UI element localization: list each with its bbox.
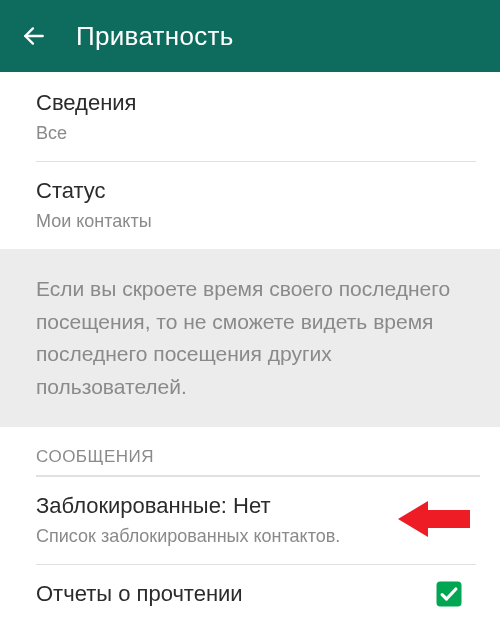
blocked-subtitle: Список заблокированных контактов. [36, 525, 464, 548]
read-receipts-checkbox[interactable] [434, 579, 464, 609]
privacy-about-subtitle: Все [36, 122, 464, 145]
section-header-messages: СООБЩЕНИЯ [0, 427, 500, 475]
privacy-status-item[interactable]: Статус Мои контакты [0, 162, 500, 249]
blocked-title: Заблокированные: Нет [36, 491, 464, 521]
privacy-about-title: Сведения [36, 88, 464, 118]
privacy-status-subtitle: Мои контакты [36, 210, 464, 233]
back-button[interactable] [20, 22, 48, 50]
blocked-contacts-item[interactable]: Заблокированные: Нет Список заблокирован… [0, 477, 500, 564]
app-bar: Приватность [0, 0, 500, 72]
privacy-status-title: Статус [36, 176, 464, 206]
info-note: Если вы скроете время своего последнего … [0, 249, 500, 427]
read-receipts-item[interactable]: Отчеты о прочтении [0, 565, 500, 609]
page-title: Приватность [76, 21, 234, 52]
checkbox-checked-icon [434, 579, 464, 609]
back-arrow-icon [21, 23, 47, 49]
read-receipts-title: Отчеты о прочтении [36, 581, 434, 607]
privacy-about-item[interactable]: Сведения Все [0, 74, 500, 161]
